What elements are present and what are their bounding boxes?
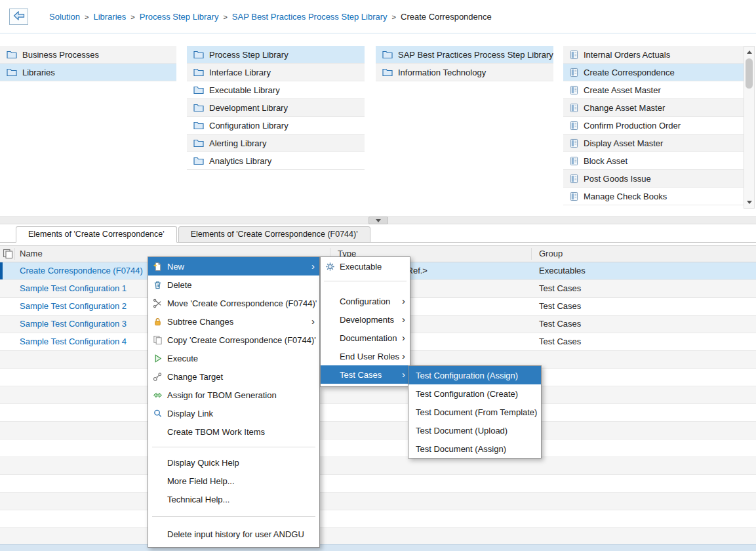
menu-item-label: New <box>167 262 184 272</box>
menu-item-end-user-roles[interactable]: End User Roles <box>321 347 410 365</box>
menu-item-label: Move 'Create Correspondence (F0744)' <box>167 298 317 308</box>
tree-item-alerting-library[interactable]: Alerting Library <box>187 134 365 152</box>
menu-item-assign-for-tbom[interactable]: Assign for TBOM Generation <box>148 386 319 404</box>
menu-item-copy[interactable]: Copy 'Create Correspondence (F0744)' <box>148 331 319 349</box>
tree-item-internal-orders-actuals[interactable]: Internal Orders Actuals <box>563 46 744 64</box>
tree-item-label: Post Goods Issue <box>584 174 651 184</box>
breadcrumb-item-libraries[interactable]: Libraries <box>93 12 126 22</box>
tree-item-create-asset-master[interactable]: Create Asset Master <box>563 81 744 99</box>
menu-item-display-link[interactable]: Display Link <box>148 404 319 422</box>
tree-item-change-asset-master[interactable]: Change Asset Master <box>563 99 744 117</box>
column-header-group[interactable]: Group <box>539 246 563 262</box>
tree-item-block-asset[interactable]: Block Asset <box>563 152 744 170</box>
double-arrow-icon <box>152 390 163 400</box>
tree-item-label: Development Library <box>209 103 288 113</box>
breadcrumb-separator <box>85 13 89 21</box>
scroll-down-button[interactable] <box>744 197 754 207</box>
tree-item-information-technology[interactable]: Information Technology <box>376 64 553 81</box>
menu-item-create-tbom-work-items[interactable]: Create TBOM Work Items <box>148 422 319 441</box>
tree-item-post-goods-issue[interactable]: Post Goods Issue <box>563 170 744 188</box>
row-name-link[interactable]: Sample Test Configuration 2 <box>20 298 127 315</box>
menu-item-delete-input-history[interactable]: Delete input history for user ANDGU <box>148 525 319 543</box>
folder-icon <box>7 68 17 77</box>
menu-item-new[interactable]: New <box>148 257 319 276</box>
application-window: Solution Libraries Process Step Library … <box>0 0 756 551</box>
menu-item-developments[interactable]: Developments <box>321 310 410 329</box>
row-name-link[interactable]: Sample Test Configuration 1 <box>20 280 127 297</box>
tree-item-label: SAP Best Practices Process Step Library <box>398 50 553 60</box>
tree-item-process-step-library[interactable]: Process Step Library <box>187 46 365 64</box>
tree-item-development-library[interactable]: Development Library <box>187 99 365 117</box>
menu-item-move[interactable]: Move 'Create Correspondence (F0744)' <box>148 294 319 312</box>
tree-item-confirm-production-order[interactable]: Confirm Production Order <box>563 117 744 134</box>
tree-item-create-correspondence[interactable]: Create Correspondence <box>563 64 744 81</box>
tree-item-sap-best-practices[interactable]: SAP Best Practices Process Step Library <box>376 46 553 64</box>
icon-spacer <box>325 333 335 343</box>
column-scrollbar[interactable] <box>744 46 755 209</box>
browser-column-1: Business Processes Libraries <box>0 46 176 209</box>
menu-item-technical-help[interactable]: Technical Help... <box>148 490 319 508</box>
tree-item-executable-library[interactable]: Executable Library <box>187 81 365 99</box>
top-bar: Solution Libraries Process Step Library … <box>0 0 756 33</box>
scrollbar-thumb[interactable] <box>746 58 753 89</box>
tree-item-libraries[interactable]: Libraries <box>0 64 176 81</box>
menu-item-display-quick-help[interactable]: Display Quick Help <box>148 453 319 472</box>
new-document-icon <box>152 261 163 272</box>
tree-item-label: Alerting Library <box>209 138 266 148</box>
menu-item-test-cases[interactable]: Test Cases <box>321 365 410 384</box>
tree-item-interface-library[interactable]: Interface Library <box>187 64 365 81</box>
row-name-link[interactable]: Create Correspondence (F0744) <box>20 262 143 279</box>
menu-item-executable[interactable]: Executable <box>321 257 410 276</box>
icon-spacer <box>325 351 335 361</box>
menu-item-delete[interactable]: Delete <box>148 276 319 294</box>
row-name-link[interactable]: Sample Test Configuration 4 <box>20 333 127 350</box>
tree-item-business-processes[interactable]: Business Processes <box>0 46 176 64</box>
tree-item-manage-check-books[interactable]: Manage Check Books <box>563 188 744 205</box>
menu-item-documentation[interactable]: Documentation <box>321 329 410 347</box>
column-header-name[interactable]: Name <box>20 246 43 262</box>
menu-item-test-configuration-assign[interactable]: Test Configuration (Assign) <box>408 366 541 384</box>
breadcrumb-separator <box>130 13 134 21</box>
menu-item-more-field-help[interactable]: More Field Help... <box>148 472 319 490</box>
tab-elements-of-create-correspondence-f0744[interactable]: Elements of 'Create Correspondence (F074… <box>178 226 370 243</box>
executable-icon <box>570 121 578 131</box>
menu-item-label: Technical Help... <box>167 495 229 504</box>
table-selection-icon[interactable] <box>3 249 13 261</box>
tree-item-label: Executable Library <box>209 85 280 95</box>
tab-elements-of-create-correspondence[interactable]: Elements of 'Create Correspondence' <box>16 226 177 243</box>
change-target-icon <box>152 371 163 382</box>
back-button[interactable] <box>9 9 28 25</box>
folder-icon <box>193 156 204 165</box>
menu-item-label: Test Configuration (Create) <box>416 389 518 399</box>
browser-column-4: Internal Orders Actuals Create Correspon… <box>563 46 744 209</box>
menu-item-test-document-from-template[interactable]: Test Document (From Template) <box>408 403 541 421</box>
breadcrumb-item-solution[interactable]: Solution <box>49 12 80 22</box>
tree-item-label: Information Technology <box>398 68 486 77</box>
menu-item-configuration[interactable]: Configuration <box>321 292 410 310</box>
horizontal-splitter[interactable] <box>0 216 756 224</box>
menu-item-execute[interactable]: Execute <box>148 349 319 367</box>
breadcrumb-separator <box>392 13 396 21</box>
menu-item-test-configuration-create[interactable]: Test Configuration (Create) <box>408 384 541 403</box>
tree-item-label: Interface Library <box>209 68 271 77</box>
breadcrumb-item-process-step-library[interactable]: Process Step Library <box>140 12 219 22</box>
menu-item-test-document-assign[interactable]: Test Document (Assign) <box>408 439 541 458</box>
menu-item-change-target[interactable]: Change Target <box>148 367 319 386</box>
menu-item-subtree-changes[interactable]: Subtree Changes <box>148 312 319 331</box>
breadcrumb-item-sap-best-practices[interactable]: SAP Best Practices Process Step Library <box>232 12 388 22</box>
menu-item-test-document-upload[interactable]: Test Document (Upload) <box>408 421 541 439</box>
tree-item-configuration-library[interactable]: Configuration Library <box>187 117 365 134</box>
chevron-up-icon <box>747 51 752 54</box>
tree-item-analytics-library[interactable]: Analytics Library <box>187 152 365 170</box>
tree-item-display-asset-master[interactable]: Display Asset Master <box>563 134 744 152</box>
menu-item-label: End User Roles <box>340 352 399 361</box>
row-name-link[interactable]: Sample Test Configuration 3 <box>20 316 127 333</box>
breadcrumb-item-current: Create Correspondence <box>401 12 492 22</box>
menu-item-label: Delete input history for user ANDGU <box>167 529 304 539</box>
splitter-collapse-handle[interactable] <box>368 216 388 224</box>
column-divider <box>14 248 15 260</box>
menu-item-label: Test Document (From Template) <box>416 407 537 417</box>
scissors-icon <box>152 298 163 308</box>
scroll-up-button[interactable] <box>744 47 754 57</box>
tree-item-label: Create Asset Master <box>584 85 661 95</box>
